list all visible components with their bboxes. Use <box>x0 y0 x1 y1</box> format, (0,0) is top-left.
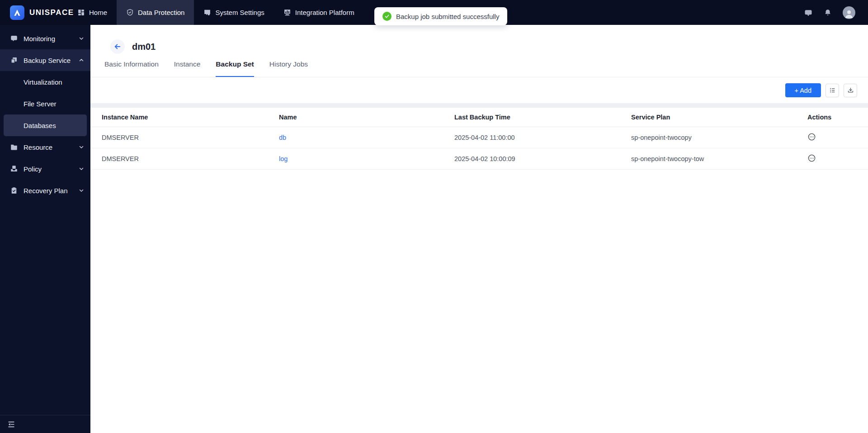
chevron-down-icon <box>79 144 84 150</box>
backup-set-table: Instance Name Name Last Backup Time Serv… <box>90 108 868 170</box>
back-button[interactable] <box>110 39 125 54</box>
cell-service-plan: sp-onepoint-twocopy-tow <box>631 148 807 169</box>
cell-instance-name: DMSERVER <box>90 127 279 148</box>
nav-item-system-settings[interactable]: System Settings <box>194 0 274 25</box>
column-header-actions: Actions <box>807 108 868 127</box>
tab-backup-set[interactable]: Backup Set <box>216 60 254 77</box>
bell-icon[interactable] <box>824 9 832 17</box>
sidebar-item-backup-service[interactable]: Backup Service <box>0 49 90 71</box>
nav-item-data-protection[interactable]: Data Protection <box>117 0 194 25</box>
column-header-service-plan: Service Plan <box>631 108 807 127</box>
avatar[interactable] <box>843 6 855 19</box>
sidebar-item-label: Resource <box>24 143 73 151</box>
tab-basic-information[interactable]: Basic Information <box>104 60 159 77</box>
sidebar-item-label: Policy <box>24 165 73 173</box>
toast-notification: Backup job submitted successfully <box>374 7 507 25</box>
sidebar-item-file-server[interactable]: File Server <box>0 93 90 114</box>
main-content: dm01 Basic Information Instance Backup S… <box>90 25 868 433</box>
sidebar-item-databases[interactable]: Databases <box>4 114 87 136</box>
cell-service-plan: sp-onepoint-twocopy <box>631 127 807 148</box>
column-header-instance-name: Instance Name <box>90 108 279 127</box>
sidebar-item-recovery-plan[interactable]: Recovery Plan <box>0 180 90 201</box>
download-icon[interactable] <box>844 84 857 97</box>
clipboard-check-icon <box>10 186 18 195</box>
nav-item-label: Data Protection <box>138 9 184 16</box>
tab-history-jobs[interactable]: History Jobs <box>269 60 308 77</box>
top-nav-menu: Home Data Protection System Settings Int… <box>68 0 364 25</box>
sidebar-item-monitoring[interactable]: Monitoring <box>0 28 90 49</box>
archive-icon <box>10 165 18 173</box>
sidebar-item-label: File Server <box>24 100 57 108</box>
table-row: DMSERVER log 2025-04-02 10:00:09 sp-onep… <box>90 148 868 169</box>
feedback-icon[interactable] <box>804 8 813 17</box>
backup-set-link[interactable]: db <box>279 134 286 141</box>
sidebar-item-resource[interactable]: Resource <box>0 136 90 158</box>
more-actions-icon[interactable] <box>807 133 816 141</box>
tab-bar: Basic Information Instance Backup Set Hi… <box>90 60 868 77</box>
cell-last-backup-time: 2025-04-02 10:00:09 <box>454 148 631 169</box>
sidebar: Monitoring Backup Service Virtualization… <box>0 25 90 433</box>
page-title: dm01 <box>132 42 156 52</box>
cell-last-backup-time: 2025-04-02 11:00:00 <box>454 127 631 148</box>
bar-chart-icon <box>283 9 291 16</box>
more-actions-icon[interactable] <box>807 154 816 162</box>
add-button[interactable]: + Add <box>785 83 821 97</box>
chat-icon <box>10 34 18 43</box>
collapse-sidebar-icon[interactable] <box>7 420 16 429</box>
chevron-down-icon <box>79 188 84 193</box>
nav-item-label: Home <box>89 9 107 16</box>
sidebar-item-label: Monitoring <box>24 35 73 43</box>
column-header-name: Name <box>279 108 454 127</box>
sidebar-item-virtualization[interactable]: Virtualization <box>0 71 90 93</box>
cell-instance-name: DMSERVER <box>90 148 279 169</box>
chevron-up-icon <box>79 57 84 63</box>
folder-icon <box>10 143 18 151</box>
unispace-logo-icon <box>10 5 24 20</box>
sidebar-footer <box>0 415 90 433</box>
sidebar-item-label: Backup Service <box>24 57 73 64</box>
nav-item-label: Integration Platform <box>295 9 354 16</box>
sidebar-item-label: Databases <box>24 122 56 129</box>
column-header-last-backup-time: Last Backup Time <box>454 108 631 127</box>
chevron-down-icon <box>79 36 84 41</box>
backup-set-link[interactable]: log <box>279 155 288 162</box>
grid-icon <box>77 9 85 16</box>
table-row: DMSERVER db 2025-04-02 11:00:00 sp-onepo… <box>90 127 868 148</box>
brand-name: UNISPACE <box>29 8 74 17</box>
tab-instance[interactable]: Instance <box>174 60 201 77</box>
sidebar-item-label: Recovery Plan <box>24 187 73 195</box>
nav-item-label: System Settings <box>215 9 264 16</box>
nav-item-home[interactable]: Home <box>68 0 117 25</box>
top-navbar: UNISPACE Home Data Protection System Set… <box>0 0 868 25</box>
nav-item-integration-platform[interactable]: Integration Platform <box>274 0 364 25</box>
brand-logo: UNISPACE <box>0 0 68 25</box>
section-divider <box>90 103 868 108</box>
navbar-right-actions <box>804 0 868 25</box>
sidebar-item-policy[interactable]: Policy <box>0 158 90 180</box>
sidebar-item-label: Virtualization <box>24 78 62 86</box>
display-icon <box>203 9 211 16</box>
chevron-down-icon <box>79 166 84 171</box>
page-header: dm01 <box>90 25 868 55</box>
list-settings-icon[interactable] <box>826 84 839 97</box>
shield-icon <box>126 9 134 16</box>
copy-icon <box>10 56 18 64</box>
table-toolbar: + Add <box>90 77 868 103</box>
toast-message: Backup job submitted successfully <box>396 13 499 20</box>
success-check-icon <box>382 12 392 21</box>
table-header-row: Instance Name Name Last Backup Time Serv… <box>90 108 868 127</box>
